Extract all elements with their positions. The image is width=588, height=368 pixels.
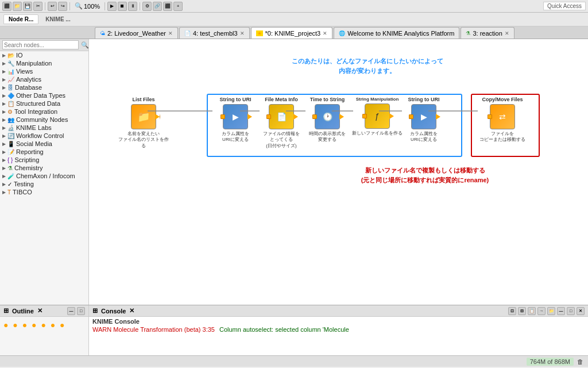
sidebar-item-views[interactable]: ▶ 📊 Views xyxy=(0,67,88,75)
console-btn-5[interactable]: 📁 xyxy=(547,307,555,315)
sm-symbol: ƒ xyxy=(375,112,380,121)
toolbar-icon-3[interactable]: 💾 xyxy=(23,2,32,11)
search-icon: 🔍 xyxy=(81,41,89,49)
node-icon-list-files[interactable]: 📁 xyxy=(131,104,156,129)
console-content: KNIME Console WARN Molecule Transformati… xyxy=(89,317,588,334)
tab-close-chembl[interactable]: ✕ xyxy=(240,30,245,36)
quick-access-button[interactable]: Quick Access xyxy=(543,2,586,10)
node-icon-sm[interactable]: ƒ xyxy=(365,103,390,129)
toolbar-icon-4[interactable]: ✂ xyxy=(33,2,42,11)
node-label-bottom-t2s: 時間の表示形式を変更する xyxy=(309,131,346,143)
list-files-symbol: 📁 xyxy=(137,110,150,123)
tab-label-welcome: Welcome to KNIME Analytics Platform xyxy=(347,30,454,37)
sidebar-label-tibco: TIBCO xyxy=(13,189,32,195)
node-icon-fmi[interactable]: 📄 xyxy=(269,104,294,129)
sidebar-header: 🔍 ▾ xyxy=(0,39,88,51)
icon-structured: 📋 xyxy=(7,101,14,107)
toolbar-icon-11[interactable]: 🔗 xyxy=(153,2,162,11)
toolbar-icon-13[interactable]: + xyxy=(173,2,183,11)
expand-icon-database: ▶ xyxy=(2,85,6,90)
sidebar-item-tool[interactable]: ▶ ⚙ Tool Integration xyxy=(0,108,88,116)
icon-testing: ✓ xyxy=(7,181,12,187)
expand-icon-reporting: ▶ xyxy=(2,150,6,155)
toolbar-icon-7[interactable]: ▶ xyxy=(107,2,117,11)
sidebar-label-workflow: Workflow Control xyxy=(16,132,64,139)
outline-minimize-btn[interactable]: — xyxy=(67,307,75,315)
sidebar-item-knime-labs[interactable]: ▶ 🔬 KNIME Labs xyxy=(0,124,88,132)
toolbar-icon-8[interactable]: ⏹ xyxy=(118,2,127,11)
sidebar-item-database[interactable]: ▶ 🗄 Database xyxy=(0,83,88,91)
sidebar-item-other-data[interactable]: ▶ 🔷 Other Data Types xyxy=(0,91,88,99)
console-btn-3[interactable]: 📋 xyxy=(528,307,536,315)
toolbar-icon-9[interactable]: ⏸ xyxy=(128,2,137,11)
toolbar-icon-2[interactable]: 📁 xyxy=(13,2,22,11)
expand-icon-analytics: ▶ xyxy=(2,77,6,82)
sidebar-item-structured[interactable]: ▶ 📋 Structured Data xyxy=(0,99,88,108)
expand-icon-manipulation: ▶ xyxy=(2,61,6,66)
sidebar-item-tibco[interactable]: ▶ T TIBCO xyxy=(0,188,88,196)
node-string-to-uri-1[interactable]: String to URI ▶ カラム属性をURIに変える xyxy=(212,97,258,143)
node-icon-s2uri1[interactable]: ▶ xyxy=(223,104,248,129)
workflow-area: List Files 📁 名前を変えたいファイル名のリストを作る String … xyxy=(115,94,551,186)
sidebar-item-social[interactable]: ▶ 📱 Social Media xyxy=(0,140,88,148)
sidebar-item-manipulation[interactable]: ▶ 🔧 Manipulation xyxy=(0,59,88,67)
sidebar-item-io[interactable]: ▶ 📂 IO xyxy=(0,51,88,59)
icon-scripting: { } xyxy=(7,157,13,163)
sidebar-item-testing[interactable]: ▶ ✓ Testing xyxy=(0,180,88,188)
outline-maximize-btn[interactable]: □ xyxy=(77,307,85,315)
search-input[interactable] xyxy=(2,40,79,49)
knime-tab[interactable]: KNIME ... xyxy=(41,15,75,24)
toolbar-icon-5[interactable]: ↩ xyxy=(48,2,57,11)
trash-icon[interactable]: 🗑 xyxy=(577,358,583,365)
node-string-manipulation[interactable]: String Manipulation ƒ 新しいファイル名を作る xyxy=(351,97,403,136)
icon-chemaxon: 🧪 xyxy=(7,173,14,179)
icon-workflow: 🔄 xyxy=(7,133,14,139)
node-icon-s2uri2[interactable]: ▶ xyxy=(411,104,436,129)
toolbar-icon-10[interactable]: ⚙ xyxy=(142,2,152,11)
console-toolbar: ⊡ ⊟ 📋 → 📁 — □ ✕ xyxy=(508,307,585,315)
tab-close-reaction[interactable]: ✕ xyxy=(505,30,509,36)
tab-knime-project[interactable]: ★ *0: KNIME_project3 ✕ xyxy=(251,27,333,39)
node-label-bottom-cm: ファイルをコピーまたは移動する xyxy=(479,131,525,143)
tab-close-knime-project[interactable]: ✕ xyxy=(323,30,327,36)
console-minimize-btn[interactable]: — xyxy=(557,307,565,315)
canvas[interactable]: このあたりは、どんなファイル名にしたいかによって 内容が変わります。 List … xyxy=(89,39,588,305)
node-label-bottom-list-files: 名前を変えたいファイル名のリストを作る xyxy=(118,131,169,149)
sidebar-item-chemaxon[interactable]: ▶ 🧪 ChemAxon / Infocom xyxy=(0,172,88,180)
sidebar-item-reporting[interactable]: ▶ 📝 Reporting xyxy=(0,148,88,156)
sidebar-item-chemistry[interactable]: ▶ ⚗ Chemistry xyxy=(0,164,88,172)
expand-icon-io: ▶ xyxy=(2,53,6,58)
node-string-to-uri-2[interactable]: String to URI ▶ カラム属性をURIに変える xyxy=(401,97,447,143)
console-btn-1[interactable]: ⊡ xyxy=(508,307,516,315)
tab-icon-knime-project: ★ xyxy=(256,30,263,36)
tab-close-livedoor[interactable]: ✕ xyxy=(168,30,173,36)
tab-welcome[interactable]: 🌐 Welcome to KNIME Analytics Platform xyxy=(334,27,459,39)
toolbar-icon-12[interactable]: ⬛ xyxy=(163,2,172,11)
node-repo-tab[interactable]: Node R... xyxy=(3,14,38,24)
sidebar: 🔍 ▾ ▶ 📂 IO ▶ 🔧 Manipulation ▶ 📊 Views ▶ … xyxy=(0,39,89,305)
node-file-meta-info[interactable]: File Meta Info 📄 ファイルの情報をとってくる(日付やサイズ) xyxy=(258,97,304,149)
canvas-annotation: このあたりは、どんなファイル名にしたいかによって 内容が変わります。 xyxy=(204,56,531,75)
tab-chembl[interactable]: 📄 4: test_chembl3 ✕ xyxy=(179,27,250,39)
console-warn-row: WARN Molecule Transformation (beta) 3:35… xyxy=(92,326,585,333)
node-time-to-string[interactable]: Time to String 🕐 時間の表示形式を変更する xyxy=(304,97,350,143)
toolbar-icon-6[interactable]: ↪ xyxy=(58,2,67,11)
sidebar-item-community[interactable]: ▶ 👥 Community Nodes xyxy=(0,116,88,124)
expand-icon-tool: ▶ xyxy=(2,109,6,114)
toolbar-icon-1[interactable]: ⬛ xyxy=(2,2,11,11)
node-icon-t2s[interactable]: 🕐 xyxy=(315,104,340,129)
tab-livedoor[interactable]: 🌤 2: Livedoor_Weather ✕ xyxy=(95,27,178,39)
sidebar-item-workflow[interactable]: ▶ 🔄 Workflow Control xyxy=(0,132,88,140)
console-close-btn[interactable]: ✕ xyxy=(577,307,585,315)
bottom-annotation-line1: 新しいファイル名で複製もしくは移動する xyxy=(316,166,534,175)
node-icon-cm[interactable]: ⇄ xyxy=(490,104,515,129)
tab-reaction[interactable]: ⚗ 3: reaction ✕ xyxy=(461,27,514,39)
node-list-files[interactable]: List Files 📁 名前を変えたいファイル名のリストを作る xyxy=(118,97,169,149)
node-copy-move[interactable]: Copy/Move Files ⇄ ファイルをコピーまたは移動する xyxy=(477,97,528,143)
sidebar-item-analytics[interactable]: ▶ 📈 Analytics xyxy=(0,75,88,83)
console-btn-2[interactable]: ⊟ xyxy=(518,307,526,315)
node-label-top-sm: String Manipulation xyxy=(356,97,399,102)
sidebar-item-scripting[interactable]: ▶ { } Scripting xyxy=(0,156,88,164)
console-btn-4[interactable]: → xyxy=(537,307,546,315)
console-maximize-btn[interactable]: □ xyxy=(567,307,575,315)
